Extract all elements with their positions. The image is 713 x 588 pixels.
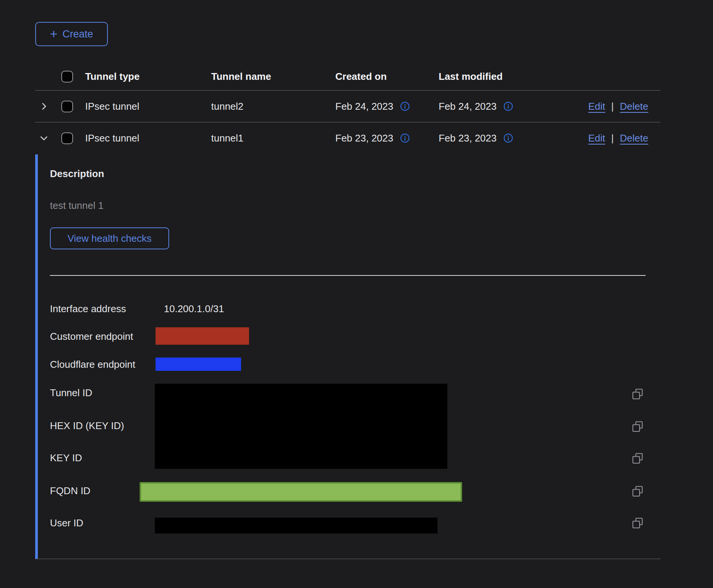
header-created-on: Created on [335, 71, 439, 82]
copy-icon[interactable] [631, 420, 644, 433]
copy-icon[interactable] [631, 388, 644, 401]
info-icon[interactable] [503, 101, 513, 111]
interface-address-value: 10.200.1.0/31 [164, 303, 224, 315]
user-id-redaction [155, 518, 437, 534]
tunnel-name-cell: tunnel2 [211, 101, 335, 112]
fqdn-id-label: FQDN ID [50, 485, 90, 497]
ids-redaction [155, 384, 447, 469]
view-health-checks-button[interactable]: View health checks [50, 227, 169, 249]
tunnel-id-label: Tunnel ID [50, 387, 92, 399]
customer-endpoint-label: Customer endpoint [50, 330, 133, 342]
created-on-value: Feb 24, 2023 [335, 101, 393, 112]
delete-link[interactable]: Delete [620, 132, 648, 144]
chevron-down-icon[interactable] [39, 133, 49, 143]
info-icon[interactable] [400, 133, 410, 143]
action-separator: | [611, 101, 614, 112]
copy-icon[interactable] [631, 517, 644, 530]
tunnel-name-cell: tunnel1 [211, 132, 335, 144]
delete-link[interactable]: Delete [620, 101, 648, 112]
table-row: IPsec tunnel tunnel2 Feb 24, 2023 Feb 24… [35, 91, 660, 123]
tunnel-type-cell: IPsec tunnel [85, 132, 211, 144]
info-icon[interactable] [503, 133, 513, 143]
header-tunnel-name: Tunnel name [211, 71, 335, 82]
row-checkbox[interactable] [61, 101, 73, 112]
table-header-row: Tunnel type Tunnel name Created on Last … [35, 63, 660, 91]
row-checkbox[interactable] [61, 132, 73, 144]
chevron-right-icon[interactable] [39, 101, 49, 111]
header-tunnel-type: Tunnel type [85, 71, 211, 82]
cloudflare-endpoint-redaction [156, 358, 241, 371]
copy-icon[interactable] [631, 452, 644, 465]
customer-endpoint-redaction [156, 327, 249, 345]
tunnels-page: + Create Tunnel type Tunnel name Created… [0, 0, 713, 588]
edit-link[interactable]: Edit [588, 132, 605, 144]
plus-icon: + [50, 27, 58, 40]
action-separator: | [611, 132, 614, 144]
info-icon[interactable] [400, 101, 410, 111]
create-button-label: Create [62, 28, 93, 40]
tunnel-detail-panel: Description test tunnel 1 View health ch… [35, 154, 660, 559]
key-id-label: KEY ID [50, 452, 82, 464]
hex-id-label: HEX ID (KEY ID) [50, 420, 124, 432]
description-label: Description [50, 168, 104, 180]
table-row: IPsec tunnel tunnel1 Feb 23, 2023 Feb 23… [35, 123, 660, 154]
select-all-checkbox[interactable] [61, 71, 73, 82]
cloudflare-endpoint-label: Cloudflare endpoint [50, 358, 135, 370]
create-button[interactable]: + Create [35, 22, 108, 46]
tunnel-type-cell: IPsec tunnel [85, 101, 211, 112]
view-health-checks-label: View health checks [67, 233, 151, 244]
fqdn-id-redaction [140, 482, 462, 502]
created-on-value: Feb 23, 2023 [335, 132, 393, 144]
tunnels-table: Tunnel type Tunnel name Created on Last … [35, 63, 660, 154]
last-modified-value: Feb 23, 2023 [439, 132, 497, 144]
section-divider [50, 275, 646, 276]
user-id-label: User ID [50, 517, 83, 529]
header-last-modified: Last modified [439, 71, 553, 82]
description-value: test tunnel 1 [50, 199, 104, 212]
last-modified-value: Feb 24, 2023 [439, 101, 497, 112]
interface-address-label: Interface address [50, 303, 126, 315]
header-checkbox-cell [59, 71, 85, 82]
copy-icon[interactable] [631, 485, 644, 498]
edit-link[interactable]: Edit [588, 101, 605, 112]
